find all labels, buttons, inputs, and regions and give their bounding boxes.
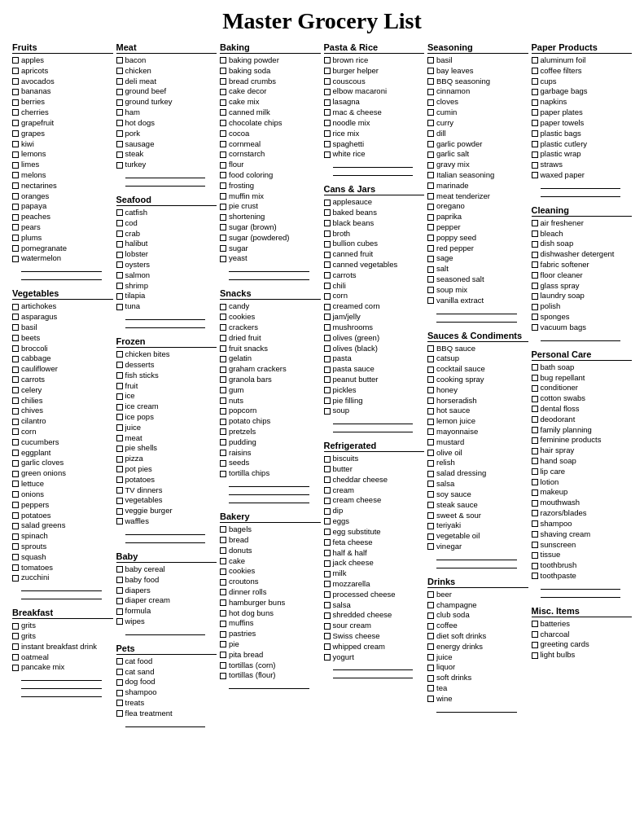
checkbox[interactable] <box>116 57 123 64</box>
checkbox[interactable] <box>220 109 226 116</box>
checkbox[interactable] <box>116 130 123 137</box>
checkbox[interactable] <box>532 78 538 85</box>
checkbox[interactable] <box>427 533 434 540</box>
checkbox[interactable] <box>12 314 19 320</box>
checkbox[interactable] <box>427 193 434 200</box>
checkbox[interactable] <box>324 550 331 556</box>
checkbox[interactable] <box>427 481 434 487</box>
checkbox[interactable] <box>532 531 538 538</box>
checkbox[interactable] <box>324 397 331 404</box>
checkbox[interactable] <box>427 151 434 158</box>
checkbox[interactable] <box>116 141 123 147</box>
checkbox[interactable] <box>324 591 331 598</box>
checkbox[interactable] <box>220 356 226 362</box>
checkbox[interactable] <box>12 367 19 373</box>
checkbox[interactable] <box>532 642 538 648</box>
checkbox[interactable] <box>324 408 331 415</box>
checkbox[interactable] <box>220 471 226 477</box>
checkbox[interactable] <box>116 710 123 717</box>
checkbox[interactable] <box>324 633 331 639</box>
checkbox[interactable] <box>12 460 19 467</box>
checkbox[interactable] <box>220 673 226 679</box>
checkbox[interactable] <box>324 57 331 64</box>
checkbox[interactable] <box>12 564 19 571</box>
checkbox[interactable] <box>427 654 434 661</box>
checkbox[interactable] <box>12 408 19 415</box>
checkbox[interactable] <box>116 679 123 686</box>
checkbox[interactable] <box>427 367 434 373</box>
checkbox[interactable] <box>116 577 123 583</box>
checkbox[interactable] <box>532 621 538 627</box>
checkbox[interactable] <box>220 460 226 467</box>
checkbox[interactable] <box>427 182 434 189</box>
checkbox[interactable] <box>12 419 19 425</box>
checkbox[interactable] <box>12 68 19 74</box>
checkbox[interactable] <box>427 99 434 106</box>
checkbox[interactable] <box>116 351 123 358</box>
checkbox[interactable] <box>116 587 123 594</box>
checkbox[interactable] <box>324 141 331 147</box>
checkbox[interactable] <box>532 364 538 371</box>
checkbox[interactable] <box>12 57 19 64</box>
checkbox[interactable] <box>324 571 331 577</box>
checkbox[interactable] <box>12 533 19 540</box>
checkbox[interactable] <box>220 662 226 669</box>
checkbox[interactable] <box>324 120 331 126</box>
checkbox[interactable] <box>532 220 538 226</box>
checkbox[interactable] <box>12 78 19 85</box>
checkbox[interactable] <box>427 685 434 691</box>
checkbox[interactable] <box>427 502 434 508</box>
checkbox[interactable] <box>116 372 123 379</box>
checkbox[interactable] <box>324 99 331 106</box>
checkbox[interactable] <box>532 99 538 106</box>
checkbox[interactable] <box>324 518 331 525</box>
checkbox[interactable] <box>12 335 19 341</box>
checkbox[interactable] <box>12 512 19 519</box>
checkbox[interactable] <box>12 172 19 178</box>
checkbox[interactable] <box>532 172 538 178</box>
checkbox[interactable] <box>532 57 538 64</box>
checkbox[interactable] <box>116 690 123 696</box>
checkbox[interactable] <box>324 109 331 116</box>
checkbox[interactable] <box>532 468 538 475</box>
checkbox[interactable] <box>427 224 434 230</box>
checkbox[interactable] <box>532 162 538 169</box>
checkbox[interactable] <box>532 241 538 248</box>
checkbox[interactable] <box>116 498 123 504</box>
checkbox[interactable] <box>532 437 538 444</box>
checkbox[interactable] <box>220 547 226 554</box>
checkbox[interactable] <box>532 314 538 320</box>
checkbox[interactable] <box>12 387 19 393</box>
checkbox[interactable] <box>220 610 226 617</box>
checkbox[interactable] <box>12 643 19 650</box>
checkbox[interactable] <box>324 356 331 362</box>
checkbox[interactable] <box>116 209 123 216</box>
checkbox[interactable] <box>324 252 331 258</box>
checkbox[interactable] <box>220 631 226 638</box>
checkbox[interactable] <box>324 487 331 494</box>
checkbox[interactable] <box>12 554 19 560</box>
checkbox[interactable] <box>427 643 434 650</box>
checkbox[interactable] <box>427 204 434 210</box>
checkbox[interactable] <box>116 566 123 573</box>
checkbox[interactable] <box>532 375 538 381</box>
checkbox[interactable] <box>116 446 123 452</box>
checkbox[interactable] <box>116 78 123 85</box>
checkbox[interactable] <box>220 204 226 210</box>
checkbox[interactable] <box>532 89 538 95</box>
checkbox[interactable] <box>116 424 123 431</box>
checkbox[interactable] <box>427 602 434 608</box>
checkbox[interactable] <box>12 633 19 639</box>
checkbox[interactable] <box>116 109 123 116</box>
checkbox[interactable] <box>324 581 331 587</box>
checkbox[interactable] <box>324 241 331 248</box>
checkbox[interactable] <box>324 335 331 341</box>
checkbox[interactable] <box>427 675 434 682</box>
checkbox[interactable] <box>220 89 226 95</box>
checkbox[interactable] <box>427 419 434 425</box>
checkbox[interactable] <box>12 471 19 477</box>
checkbox[interactable] <box>116 151 123 158</box>
checkbox[interactable] <box>427 696 434 702</box>
checkbox[interactable] <box>116 162 123 169</box>
checkbox[interactable] <box>427 109 434 116</box>
